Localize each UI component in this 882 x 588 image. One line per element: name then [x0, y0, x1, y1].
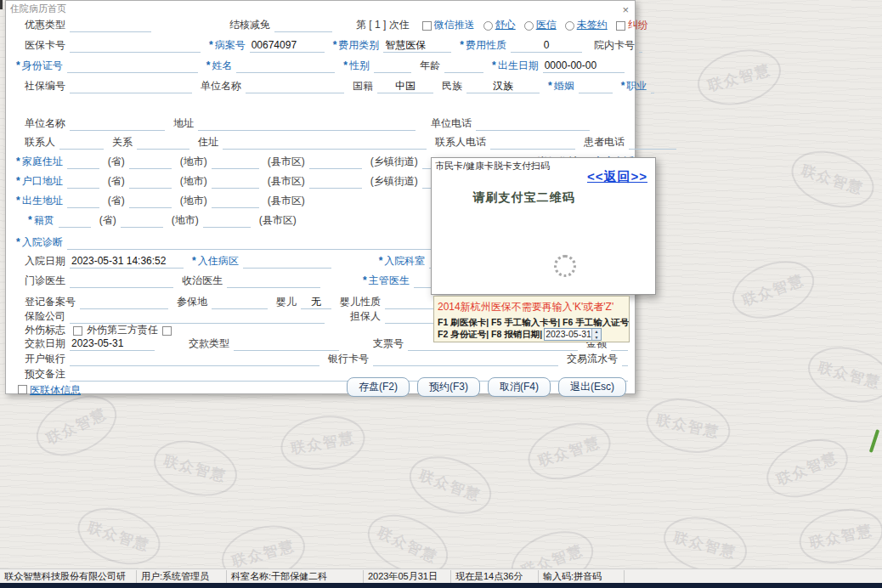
shuxin-label[interactable]: 舒心	[495, 18, 516, 32]
fee-type-input[interactable]: 智慧医保	[383, 39, 451, 53]
injury-third-party-checkbox[interactable]	[162, 326, 172, 336]
record-no-input[interactable]: 00674097	[250, 39, 325, 53]
hukou-city-input[interactable]	[129, 175, 172, 189]
marriage-input[interactable]	[579, 80, 613, 93]
gender-input[interactable]	[374, 59, 411, 73]
home-county-input[interactable]	[212, 155, 259, 169]
contact-addr-label: 住址	[198, 135, 218, 150]
watermark-stamp: 联众智慧	[724, 251, 822, 329]
outpatient-doctor-input[interactable]	[70, 274, 173, 288]
emp-phone-input[interactable]	[476, 117, 590, 131]
watermark-text: 联众智慧	[290, 427, 357, 458]
employer-name-input[interactable]	[70, 117, 165, 131]
contact-phone-input[interactable]	[490, 136, 575, 150]
watermark-stamp: 联众智慧	[148, 432, 244, 505]
age-input[interactable]	[444, 59, 483, 73]
occupation-input[interactable]	[651, 80, 654, 93]
dispute-checkbox[interactable]	[616, 21, 625, 31]
ethnicity-input[interactable]: 汉族	[466, 80, 540, 93]
watermark-text: 联众智慧	[807, 520, 874, 552]
status-user: 用户:系统管理员	[137, 570, 227, 583]
social-no-input[interactable]	[70, 80, 192, 93]
shuxin-radio[interactable]	[483, 21, 493, 31]
reimburse-date-spinner[interactable]: 2023-05-31 ▲▼	[544, 328, 602, 341]
required-star: *	[333, 39, 337, 51]
admitting-doctor-input[interactable]	[227, 274, 320, 288]
reserve-button[interactable]: 预约(F3)	[417, 377, 480, 397]
province-label: (省)	[108, 174, 125, 189]
discount-input[interactable]	[70, 19, 151, 32]
transaction-no-input[interactable]	[622, 353, 628, 366]
hospital-card-label: 院内卡号	[594, 38, 635, 53]
patient-phone-input[interactable]	[629, 136, 676, 150]
wechat-push-checkbox[interactable]	[422, 21, 432, 31]
birth-province-input[interactable]	[67, 195, 99, 208]
tb-relief-input[interactable]	[274, 19, 332, 32]
home-city-input[interactable]	[129, 155, 172, 169]
hospital-card-input[interactable]	[639, 39, 642, 53]
medical-alliance-label[interactable]: 医联体信息	[30, 383, 81, 398]
register-no-label: 登记备案号	[25, 295, 76, 309]
insurance-card-input[interactable]	[70, 39, 201, 53]
contact-addr-input[interactable]	[223, 136, 427, 150]
id-no-input[interactable]	[67, 59, 198, 73]
required-star: *	[206, 59, 211, 71]
relation-input[interactable]	[137, 136, 189, 150]
hukou-county-input[interactable]	[212, 175, 259, 189]
social-no-label: 社保编号	[25, 79, 65, 93]
birth-city-input[interactable]	[129, 195, 172, 208]
spinner-arrows[interactable]: ▲▼	[591, 329, 601, 340]
name-input[interactable]	[236, 59, 335, 73]
injury-flag-checkbox[interactable]	[73, 326, 82, 336]
pay-type-input[interactable]	[234, 337, 339, 351]
emp-address-label: 地址	[173, 116, 194, 131]
bank-card-input[interactable]	[373, 353, 558, 366]
close-icon[interactable]: ×	[622, 3, 629, 16]
insurance-company-label: 保险公司	[25, 309, 65, 324]
native-province-input[interactable]	[59, 214, 91, 228]
patient-phone-label: 患者电话	[584, 135, 625, 150]
admit-date-input[interactable]: 2023-05-31 14:36:52	[70, 255, 184, 269]
relation-label: 关系	[112, 135, 133, 150]
back-link[interactable]: <<返回>>	[587, 169, 647, 185]
nationality-label: 国籍	[353, 79, 373, 93]
yixin-radio[interactable]	[524, 21, 534, 31]
yixin-label[interactable]: 医信	[536, 18, 557, 32]
nationality-input[interactable]: 中国	[377, 80, 433, 93]
dispute-label: 纠纷	[628, 18, 648, 32]
employer-name2-input[interactable]	[246, 80, 344, 93]
home-province-input[interactable]	[67, 155, 99, 169]
baby-input[interactable]: 无	[301, 296, 331, 309]
watermark-stamp: 联众智慧	[692, 41, 788, 114]
home-street-input[interactable]	[309, 155, 362, 169]
unsigned-radio[interactable]	[565, 21, 574, 31]
insured-place-input[interactable]	[212, 296, 268, 309]
watermark-text: 联众智慧	[161, 450, 229, 486]
exit-button[interactable]: 退出(Esc)	[558, 377, 626, 397]
form-row-cards: 医保卡号 *病案号 00674097 *费用类别 智慧医保 *费用性质 0 院内…	[16, 38, 628, 53]
birth-county-input[interactable]	[212, 195, 259, 208]
birth-date-input[interactable]: 0000-00-00	[543, 59, 625, 73]
insurance-company-input[interactable]	[70, 310, 325, 324]
hukou-street-input[interactable]	[309, 175, 362, 189]
unsigned-label[interactable]: 未签约	[577, 18, 608, 32]
pay-date-input[interactable]: 2023-05-31	[70, 337, 155, 351]
native-county-input[interactable]	[203, 214, 251, 228]
cancel-button[interactable]: 取消(F4)	[488, 377, 551, 397]
required-star: *	[28, 214, 32, 226]
hukou-province-input[interactable]	[67, 175, 99, 189]
contact-input[interactable]	[59, 136, 104, 150]
ward-input[interactable]	[243, 255, 331, 269]
attending-doctor-label: *主管医生	[363, 274, 410, 288]
emp-address-input[interactable]	[198, 117, 416, 131]
medical-alliance-checkbox[interactable]	[18, 385, 27, 394]
id-no-label: *身份证号	[16, 59, 63, 73]
native-city-input[interactable]	[121, 214, 163, 228]
dept-label: *入院科室	[379, 254, 426, 269]
fee-nature-input[interactable]: 0	[511, 39, 582, 53]
save-button[interactable]: 存盘(F2)	[347, 377, 410, 397]
register-no-input[interactable]	[80, 296, 168, 309]
bank-input[interactable]	[70, 353, 319, 366]
required-star: *	[209, 39, 213, 51]
spin-down-icon[interactable]: ▼	[592, 335, 601, 341]
